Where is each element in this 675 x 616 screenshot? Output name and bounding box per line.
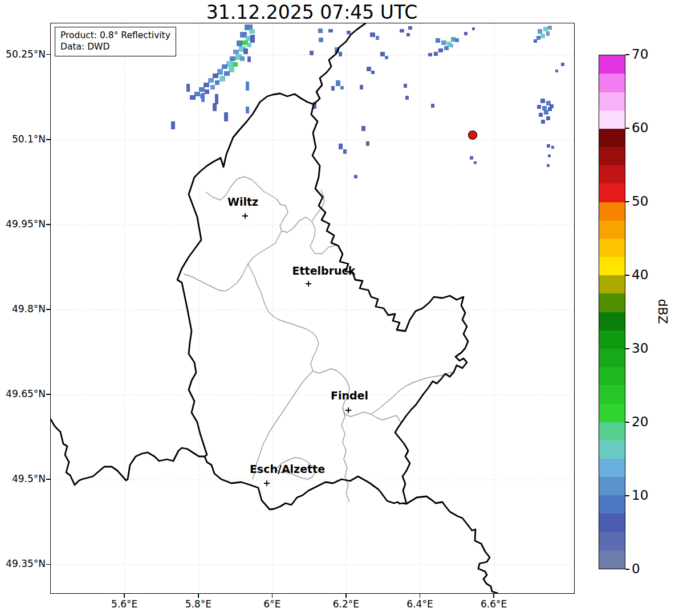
radar-echo-cell [201,93,205,102]
lon-tick-label: 5.6°E [99,598,150,610]
colorbar-segment [599,92,625,111]
colorbar-tick-label: 30 [632,341,648,356]
colorbar-segment [599,513,625,532]
lat-tick-label: 49.95°N [0,218,46,230]
lon-tick-mark [198,594,199,598]
radar-echo-cell [219,76,225,81]
radar-echo-cell [551,146,554,149]
lat-tick-mark [46,479,50,480]
lon-tick-mark [420,594,421,598]
radar-echo-cell [213,74,218,78]
radar-echo-cell [367,67,371,71]
colorbar-segment [599,147,625,165]
colorbar-tick-label: 20 [632,414,648,429]
radar-echo-cell [233,62,238,67]
radar-echo-cell [370,32,375,37]
colorbar-segment [599,275,625,293]
radar-echo-cell [215,94,218,104]
colorbar-tick-mark [625,128,629,129]
canton-border [341,407,349,502]
radar-echo-cell [339,144,343,149]
colorbar-segment [599,550,625,569]
colorbar-segment [599,331,625,349]
radar-echo-cell [539,113,543,117]
radar-echo-cell [361,126,365,131]
radar-echo-cell [310,51,314,55]
lon-tick-mark [272,594,273,598]
lat-tick-label: 49.35°N [0,558,46,569]
colorbar-segment [599,129,625,147]
colorbar-segment [599,312,625,331]
radar-echo-cell [540,34,545,38]
radar-echo-cell [431,104,434,108]
radar-echo-cell [436,38,440,43]
colorbar-segment [599,440,625,459]
radar-echo-cell [408,26,412,30]
radar-site-dot [469,131,477,140]
radar-echo-cell [470,156,473,160]
radar-echo-cell [199,87,205,92]
radar-echo-cell [224,71,230,76]
radar-echo-cell [561,63,564,66]
radar-echo-cell [343,149,347,154]
colorbar-tick-label: 0 [632,561,640,576]
colorbar-segment [599,293,625,312]
country-border [314,23,365,104]
canton-border [248,264,401,422]
radar-echo-cell [406,33,410,36]
radar-echo-cell [474,161,477,164]
radar-echo-cell [215,80,219,85]
colorbar-segment [599,459,625,477]
colorbar-segment [599,221,625,239]
radar-echo-cell [186,84,190,92]
colorbar-tick-mark [625,275,629,276]
canton-border [206,177,338,254]
radar-echo-cell [546,31,550,36]
radar-echo-cell [171,121,175,129]
colorbar-tick-label: 40 [632,267,648,282]
radar-echo-cell [536,36,540,40]
radar-echo-cell [250,35,255,43]
radar-echo-cell [246,81,249,91]
lon-tick-label: 6°E [246,598,298,610]
radar-echo-cell [249,29,255,34]
radar-echo-cell [546,116,550,120]
lat-tick-mark [46,224,50,225]
radar-echo-cell [331,86,335,91]
colorbar-tick-mark [625,54,629,55]
colorbar-segment [599,385,625,403]
radar-echo-cell [472,27,475,30]
radar-echo-cell [246,107,249,113]
colorbar-segment [599,165,625,183]
colorbar-segment [599,74,625,92]
luxembourg-border [177,93,468,509]
colorbar-axis-label: dBZ [656,299,670,324]
radar-echo-cell [360,85,363,89]
radar-echo-cell [464,32,467,35]
colorbar-segment [599,477,625,495]
radar-echo-cell [548,154,551,157]
radar-echo-cell [208,78,214,83]
lat-tick-label: 50.1°N [0,133,46,145]
data-source-label: Data: DWD [60,41,170,52]
colorbar-tick-label: 10 [632,488,648,503]
radar-echo-cell [451,37,456,42]
radar-echo-cell [455,38,459,42]
lat-tick-mark [46,309,50,310]
radar-echo-cell [400,29,404,32]
lat-tick-label: 49.5°N [0,473,46,484]
lat-tick-label: 49.65°N [0,388,46,399]
dbz-colorbar [599,55,625,569]
radar-echo-cell [366,141,369,146]
lat-tick-mark [46,394,50,395]
radar-echo-cell [339,52,342,56]
lat-tick-mark [46,564,50,565]
lat-tick-mark [46,139,50,140]
radar-echo-cell [328,29,333,32]
radar-echo-cell [224,112,228,121]
radar-echo-cell [204,83,209,87]
colorbar-tick-label: 60 [632,120,648,135]
city-marker [264,480,270,486]
radar-echo-cell [371,71,375,74]
colorbar-tick-mark [625,569,629,570]
